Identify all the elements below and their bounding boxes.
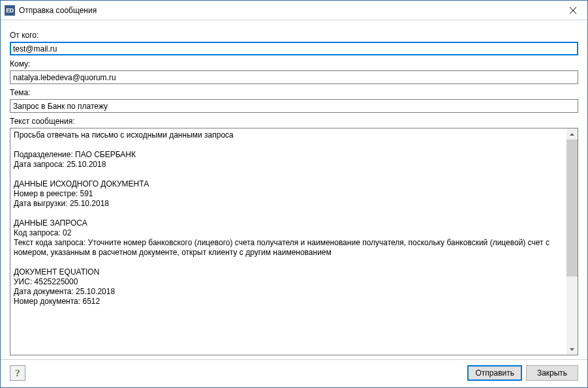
body-textarea-wrap: Просьба отвечать на письмо с исходными д…: [10, 128, 578, 355]
window-title: Отправка сообщения: [19, 6, 558, 15]
app-icon: ED: [5, 5, 15, 16]
body-textarea[interactable]: Просьба отвечать на письмо с исходными д…: [10, 128, 566, 355]
submit-button[interactable]: Отправить: [467, 365, 522, 381]
from-input[interactable]: [10, 42, 578, 55]
from-label: От кого:: [10, 31, 578, 40]
scroll-track[interactable]: [566, 140, 578, 344]
svg-marker-3: [570, 348, 574, 351]
to-label: Кому:: [10, 59, 578, 68]
footer: ? Отправить Закрыть: [1, 359, 587, 387]
svg-marker-2: [570, 133, 574, 136]
form-content: От кого: Кому: Тема: Текст сообщения: Пр…: [1, 20, 587, 359]
subject-input[interactable]: [10, 99, 578, 113]
close-icon[interactable]: [558, 1, 587, 20]
scroll-down-button[interactable]: [566, 344, 578, 355]
scrollbar: [566, 128, 578, 355]
body-label: Текст сообщения:: [10, 117, 578, 126]
close-button[interactable]: Закрыть: [526, 365, 578, 381]
help-button[interactable]: ?: [10, 365, 25, 381]
subject-label: Тема:: [10, 88, 578, 97]
to-input[interactable]: [10, 70, 578, 84]
scroll-up-button[interactable]: [566, 128, 578, 140]
scroll-thumb[interactable]: [566, 140, 578, 276]
titlebar: ED Отправка сообщения: [1, 1, 587, 20]
